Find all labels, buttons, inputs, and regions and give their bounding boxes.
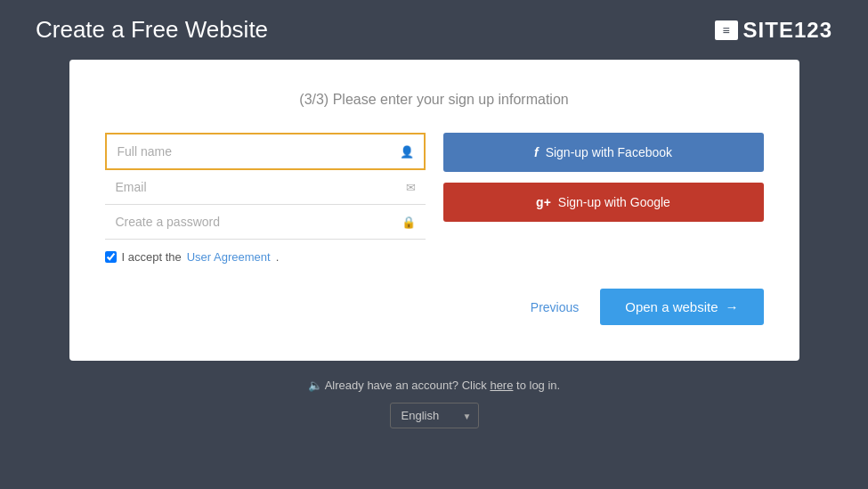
logo-text: SITE123 <box>743 18 832 43</box>
footer-pre: Already have an account? Click <box>322 379 491 392</box>
footer: 🔈 Already have an account? Click here to… <box>308 379 560 392</box>
open-arrow: → <box>726 299 739 314</box>
action-row: Previous Open a website → <box>105 289 764 325</box>
agreement-pre: I accept the <box>122 250 182 264</box>
email-icon: ✉ <box>406 181 416 194</box>
password-input[interactable] <box>105 205 426 239</box>
footer-post: to log in. <box>513 379 560 392</box>
speaker-icon: 🔈 <box>308 379 322 392</box>
form-right: f Sign-up with Facebook g+ Sign-up with … <box>443 133 764 264</box>
lock-icon: 🔒 <box>402 216 416 229</box>
google-label: Sign-up with Google <box>558 195 670 209</box>
page-title: Create a Free Website <box>36 16 268 44</box>
facebook-icon: f <box>534 145 539 159</box>
user-icon: 👤 <box>400 145 414 159</box>
page-header: Create a Free Website ≡ SITE123 <box>0 0 868 60</box>
agreement-checkbox[interactable] <box>105 251 117 263</box>
subtitle-text: Please enter your sign up information <box>329 92 568 107</box>
agreement-post: . <box>276 250 280 264</box>
logo-icon: ≡ <box>715 20 738 40</box>
email-input[interactable] <box>105 170 426 204</box>
previous-button[interactable]: Previous <box>531 300 579 314</box>
login-link[interactable]: here <box>490 379 513 392</box>
facebook-label: Sign-up with Facebook <box>546 145 672 159</box>
language-select[interactable]: English <box>390 403 479 428</box>
google-signup-button[interactable]: g+ Sign-up with Google <box>443 183 764 222</box>
logo: ≡ SITE123 <box>715 18 832 43</box>
fullname-input[interactable] <box>107 134 424 168</box>
form-grid: 👤 ✉ 🔒 I accept the User Agreement. f Sig… <box>105 133 764 264</box>
password-field-row: 🔒 <box>105 205 426 240</box>
google-icon: g+ <box>536 195 551 209</box>
language-selector-wrapper: English <box>390 403 479 428</box>
fullname-field-row: 👤 <box>105 133 426 170</box>
email-field-row: ✉ <box>105 170 426 205</box>
language-select-container: English <box>390 403 479 428</box>
signup-card: (3/3) Please enter your sign up informat… <box>69 60 799 361</box>
agreement-link[interactable]: User Agreement <box>187 250 271 264</box>
open-website-button[interactable]: Open a website → <box>600 289 763 325</box>
card-subtitle: (3/3) Please enter your sign up informat… <box>105 92 764 108</box>
step-indicator: (3/3) <box>299 92 329 107</box>
form-left: 👤 ✉ 🔒 I accept the User Agreement. <box>105 133 426 264</box>
facebook-signup-button[interactable]: f Sign-up with Facebook <box>443 133 764 172</box>
agreement-row: I accept the User Agreement. <box>105 250 426 264</box>
open-label: Open a website <box>625 299 718 314</box>
